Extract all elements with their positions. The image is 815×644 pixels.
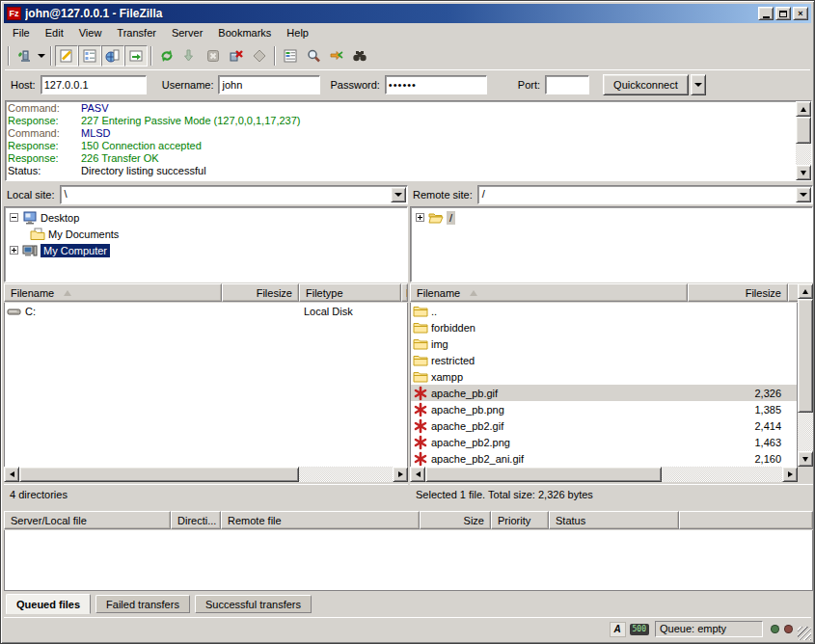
remote-file-row[interactable]: apache_pb2_ani.gif 2,160 — [411, 450, 797, 467]
column-header-priority[interactable]: Priority — [491, 511, 549, 529]
remote-horizontal-scrollbar[interactable] — [410, 467, 798, 482]
scroll-left-button[interactable] — [4, 467, 19, 482]
menu-bookmarks[interactable]: Bookmarks — [210, 25, 279, 42]
scroll-thumb[interactable] — [796, 117, 811, 144]
title-bar[interactable]: Fz john@127.0.0.1 - FileZilla × — [4, 4, 811, 23]
tree-item-my-computer[interactable]: My Computer — [5, 242, 407, 258]
toolbar — [5, 43, 810, 68]
remote-file-row[interactable]: apache_pb2.gif 2,414 — [411, 417, 797, 434]
folder-icon — [413, 369, 428, 385]
clear-queue-button[interactable] — [248, 45, 271, 67]
log-line: Response:150 Connection accepted — [8, 140, 794, 152]
remote-file-row[interactable]: restricted — [411, 352, 797, 368]
remote-file-row[interactable]: img — [411, 335, 797, 352]
column-header-filename[interactable]: Filename — [4, 283, 222, 302]
site-manager-button[interactable] — [13, 45, 36, 67]
column-header-direction[interactable]: Directi... — [171, 511, 221, 529]
column-header-status[interactable]: Status — [549, 511, 679, 529]
synchronized-browsing-button[interactable] — [325, 45, 348, 67]
remote-file-row[interactable]: apache_pb2.png 1,463 — [411, 434, 797, 450]
menu-file[interactable]: File — [5, 25, 38, 42]
scroll-thumb[interactable] — [425, 467, 662, 482]
scroll-down-button[interactable] — [798, 451, 813, 467]
remote-file-row[interactable]: xampp — [411, 368, 797, 385]
send-activity-led-icon — [771, 625, 779, 633]
column-header-filesize[interactable]: Filesize — [688, 283, 788, 302]
refresh-button[interactable] — [155, 45, 178, 67]
cancel-operation-button[interactable] — [202, 45, 225, 67]
scroll-up-button[interactable] — [798, 283, 813, 299]
host-label: Host: — [11, 79, 36, 91]
triangle-down-icon — [802, 457, 808, 462]
tab-failed-transfers[interactable]: Failed transfers — [95, 595, 190, 613]
menu-edit[interactable]: Edit — [38, 25, 71, 42]
maximize-button[interactable] — [775, 7, 791, 20]
scroll-left-button[interactable] — [410, 467, 425, 482]
directory-filters-button[interactable] — [279, 45, 302, 67]
toggle-message-log-button[interactable] — [55, 45, 78, 67]
minimize-button[interactable] — [758, 7, 774, 20]
resize-grip[interactable] — [798, 627, 811, 640]
find-files-button[interactable] — [348, 45, 371, 67]
host-input[interactable] — [41, 75, 147, 94]
port-input[interactable] — [545, 75, 589, 94]
toggle-transfer-queue-button[interactable] — [124, 45, 148, 67]
remote-site-dropdown[interactable] — [796, 187, 811, 202]
scroll-thumb[interactable] — [19, 467, 299, 482]
scroll-right-button[interactable] — [393, 467, 408, 482]
remote-file-list: .. forbidden img restricted xampp apache… — [410, 303, 798, 467]
column-header-filename[interactable]: Filename — [410, 283, 688, 302]
tree-item-root[interactable]: / — [411, 209, 812, 226]
scroll-thumb[interactable] — [798, 299, 813, 413]
local-site-combo[interactable]: \ — [60, 185, 408, 204]
scroll-down-button[interactable] — [796, 165, 811, 180]
filezilla-window: Fz john@127.0.0.1 - FileZilla × File Edi… — [0, 0, 815, 644]
quickconnect-button[interactable]: Quickconnect — [603, 74, 689, 95]
expand-icon[interactable] — [416, 213, 424, 222]
remote-site-combo[interactable]: / — [477, 185, 813, 204]
remote-vertical-scrollbar[interactable] — [798, 283, 813, 467]
close-button[interactable]: × — [793, 7, 808, 20]
toggle-local-tree-button[interactable] — [78, 45, 101, 67]
toggle-remote-tree-button[interactable] — [101, 45, 124, 67]
collapse-icon[interactable] — [10, 213, 18, 222]
remote-file-row[interactable]: apache_pb.png 1,385 — [411, 401, 797, 417]
menu-view[interactable]: View — [71, 25, 110, 42]
tab-successful-transfers[interactable]: Successful transfers — [195, 595, 312, 613]
remote-tree: / — [410, 206, 813, 282]
tree-item-my-documents[interactable]: My Documents — [5, 226, 407, 242]
expand-icon[interactable] — [10, 246, 18, 255]
local-file-row[interactable]: C: Local Disk — [5, 303, 407, 319]
password-input[interactable] — [385, 75, 487, 94]
menu-server[interactable]: Server — [164, 25, 210, 42]
scroll-right-button[interactable] — [782, 467, 798, 482]
scroll-up-button[interactable] — [796, 101, 811, 117]
directory-comparison-button[interactable] — [302, 45, 325, 67]
log-vertical-scrollbar[interactable] — [796, 101, 811, 180]
column-header-truncated[interactable]: L — [401, 283, 408, 302]
data-type-indicator[interactable]: A — [610, 622, 626, 637]
local-horizontal-scrollbar[interactable] — [4, 467, 408, 482]
local-site-dropdown[interactable] — [391, 187, 406, 202]
remote-file-row[interactable]: .. — [411, 303, 797, 319]
menu-help[interactable]: Help — [279, 25, 316, 42]
remote-file-row[interactable]: forbidden — [411, 319, 797, 335]
tree-item-desktop[interactable]: Desktop — [5, 209, 407, 226]
close-icon: × — [798, 9, 802, 18]
column-header-size[interactable]: Size — [420, 511, 491, 529]
process-queue-button[interactable] — [178, 45, 202, 67]
quickconnect-dropdown[interactable] — [691, 74, 706, 95]
speed-limit-indicator[interactable]: 500 — [630, 624, 649, 635]
remote-file-row-selected[interactable]: apache_pb.gif 2,326 — [411, 385, 797, 401]
username-input[interactable] — [218, 75, 320, 94]
column-header-remote-file[interactable]: Remote file — [221, 511, 420, 529]
site-manager-dropdown[interactable] — [36, 45, 47, 67]
queue-list[interactable] — [4, 530, 813, 591]
menu-transfer[interactable]: Transfer — [109, 25, 164, 42]
disconnect-button[interactable] — [225, 45, 248, 67]
column-header-local-file[interactable]: Server/Local file — [4, 511, 171, 529]
column-header-filetype[interactable]: Filetype — [299, 283, 401, 302]
chevron-down-icon — [800, 193, 807, 197]
column-header-filesize[interactable]: Filesize — [222, 283, 299, 302]
tab-queued-files[interactable]: Queued files — [6, 594, 91, 614]
